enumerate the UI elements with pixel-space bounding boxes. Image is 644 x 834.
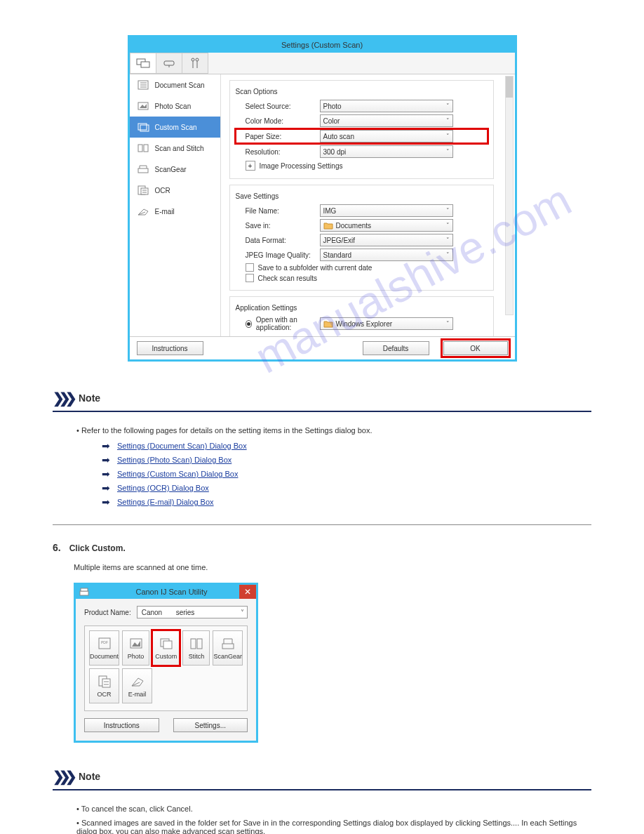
data-format-dropdown[interactable]: JPEG/Exif — [320, 234, 453, 246]
sidebar-label: OCR — [155, 187, 170, 194]
resolution-dropdown[interactable]: 300 dpi — [320, 145, 453, 158]
link-document-scan[interactable]: Settings (Document Scan) Dialog Box — [117, 442, 247, 450]
folder-icon — [323, 221, 333, 230]
scroll-thumb[interactable] — [506, 77, 513, 98]
custom-icon — [137, 122, 149, 132]
dialog-title: Settings (Custom Scan) — [130, 37, 515, 53]
app-icon — [79, 587, 90, 597]
dialog2-title: Canon IJ Scan Utility — [90, 588, 253, 596]
stitch-button[interactable]: Stitch — [182, 630, 210, 666]
ocr-button[interactable]: OCR — [89, 668, 119, 703]
scan-utility-dialog: Canon IJ Scan Utility ✕ Product Name: Ca… — [74, 583, 258, 743]
email-icon — [137, 206, 149, 216]
product-name-dropdown[interactable]: Canon series — [137, 606, 248, 618]
step-subtext: Multiple items are scanned at one time. — [74, 563, 591, 571]
ok-button[interactable]: OK — [443, 341, 508, 355]
select-source-label: Select Source: — [236, 102, 320, 110]
note-label: Note — [79, 392, 100, 404]
instructions-button[interactable]: Instructions — [137, 341, 203, 355]
check-results-checkbox[interactable] — [246, 274, 254, 282]
document-button[interactable]: PDF Document — [89, 630, 119, 666]
file-name-label: File Name: — [236, 207, 320, 215]
svg-text:PDF: PDF — [101, 640, 108, 644]
ocr-icon — [137, 185, 149, 195]
photo-button[interactable]: Photo — [122, 630, 149, 666]
sidebar-item-scan-stitch[interactable]: Scan and Stitch — [130, 138, 220, 159]
svg-rect-34 — [222, 644, 234, 649]
resolution-label: Resolution: — [236, 148, 320, 156]
sidebar: Document Scan Photo Scan Custom Scan Sca… — [130, 74, 221, 336]
sidebar-item-email[interactable]: E-mail — [130, 201, 220, 222]
file-name-field[interactable]: IMG — [320, 204, 453, 217]
defaults-button[interactable]: Defaults — [363, 341, 429, 355]
subfolder-label: Save to a subfolder with current date — [258, 264, 373, 272]
tab-scan-from-computer[interactable] — [130, 53, 156, 74]
email-button[interactable]: E-mail — [122, 668, 152, 703]
photo-icon — [137, 101, 149, 111]
chevrons-icon: ❯❯❯ — [53, 768, 72, 785]
link-custom-scan[interactable]: Settings (Custom Scan) Dialog Box — [117, 470, 238, 478]
sidebar-item-scangear[interactable]: ScanGear — [130, 159, 220, 180]
svg-rect-32 — [191, 639, 196, 649]
main-panel: Scan Options Select Source: Photo Color … — [221, 74, 515, 336]
sidebar-item-custom-scan[interactable]: Custom Scan — [130, 117, 220, 138]
document-icon — [137, 80, 149, 90]
link-ocr[interactable]: Settings (OCR) Dialog Box — [117, 484, 209, 492]
step-6: 6. Click Custom. — [53, 542, 591, 553]
custom-button[interactable]: Custom — [152, 630, 180, 666]
scrollbar[interactable] — [505, 76, 514, 315]
svg-rect-36 — [102, 679, 110, 687]
sidebar-label: Scan and Stitch — [155, 145, 204, 152]
svg-rect-31 — [163, 641, 172, 649]
link-email[interactable]: Settings (E-mail) Dialog Box — [117, 498, 214, 506]
svg-rect-1 — [141, 62, 149, 67]
note2-line1: • To cancel the scan, click Cancel. — [60, 805, 591, 813]
link-photo-scan[interactable]: Settings (Photo Scan) Dialog Box — [117, 456, 232, 464]
subfolder-checkbox[interactable] — [246, 263, 254, 272]
svg-rect-17 — [144, 145, 148, 152]
svg-marker-13 — [140, 104, 147, 108]
toolbar-tabs — [130, 53, 515, 74]
sidebar-item-photo-scan[interactable]: Photo Scan — [130, 95, 220, 117]
svg-rect-24 — [80, 591, 88, 595]
tab-scan-from-panel[interactable] — [156, 53, 182, 74]
data-format-label: Data Format: — [236, 237, 320, 244]
image-processing-label: Image Processing Settings — [260, 162, 343, 170]
expand-image-processing[interactable]: + — [246, 161, 255, 171]
check-results-label: Check scan results — [258, 274, 317, 282]
sidebar-label: ScanGear — [155, 166, 187, 173]
settings-button[interactable]: Settings... — [173, 718, 248, 732]
note-label: Note — [79, 771, 100, 782]
open-with-radio[interactable] — [246, 320, 252, 328]
paper-size-dropdown[interactable]: Auto scan — [320, 130, 453, 143]
svg-marker-29 — [132, 641, 140, 647]
open-with-dropdown[interactable]: Windows Explorer — [320, 317, 453, 330]
note2-line2: • Scanned images are saved in the folder… — [60, 819, 591, 834]
save-in-dropdown[interactable]: Documents — [320, 219, 453, 232]
arrow-icon: ➡ — [102, 454, 110, 465]
arrow-icon: ➡ — [102, 482, 110, 494]
scangear-button[interactable]: ScanGear — [213, 630, 243, 666]
app-settings-heading: Application Settings — [236, 304, 488, 312]
tab-general-settings[interactable] — [182, 53, 208, 74]
jpeg-quality-dropdown[interactable]: Standard — [320, 249, 453, 261]
color-mode-label: Color Mode: — [236, 117, 320, 125]
link-list: ➡Settings (Document Scan) Dialog Box ➡Se… — [60, 440, 591, 508]
paper-size-row-highlight: Paper Size: Auto scan — [236, 129, 488, 143]
select-source-dropdown[interactable]: Photo — [320, 100, 453, 112]
scan-options-heading: Scan Options — [236, 88, 488, 95]
close-button[interactable]: ✕ — [239, 585, 256, 599]
sidebar-label: E-mail — [155, 208, 175, 216]
svg-rect-14 — [138, 124, 147, 130]
product-name-label: Product Name: — [84, 609, 131, 616]
svg-rect-15 — [140, 125, 149, 131]
open-with-label: Open with an application: — [256, 316, 320, 331]
explorer-icon — [323, 319, 333, 328]
color-mode-dropdown[interactable]: Color — [320, 114, 453, 127]
sidebar-item-ocr[interactable]: OCR — [130, 180, 220, 201]
arrow-icon: ➡ — [102, 496, 110, 508]
sidebar-label: Photo Scan — [155, 102, 192, 110]
sidebar-item-document-scan[interactable]: Document Scan — [130, 74, 220, 95]
instructions-button-2[interactable]: Instructions — [84, 718, 159, 732]
svg-rect-33 — [197, 639, 202, 649]
